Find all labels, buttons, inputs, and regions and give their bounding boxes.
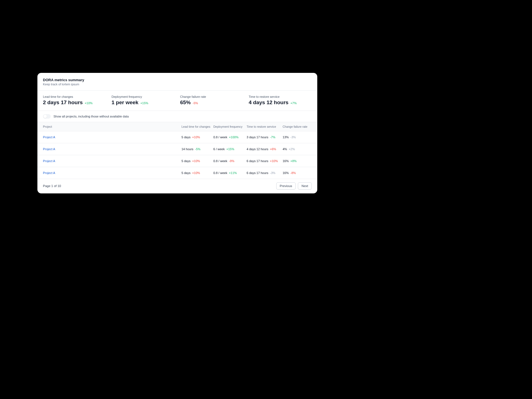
table-header: Project Lead time for changes Deployment…	[37, 122, 317, 131]
show-all-toggle[interactable]	[43, 114, 51, 119]
metric-value: 4 days 12 hours	[249, 99, 289, 106]
card-header: DORA metrics summary Keep track of lorte…	[37, 73, 317, 90]
table-row: Project A5 days+10%0.8 / week+11%6 days …	[37, 167, 317, 179]
card-subtitle: Keep track of lortem ipsum	[43, 83, 312, 86]
next-button[interactable]: Next	[298, 182, 312, 190]
cell-restore-value: 3 days 17 hours	[247, 135, 268, 139]
cell-lead-delta: -5%	[195, 147, 201, 151]
metric-label: Time to restore service	[249, 95, 312, 98]
filter-label: Show all projects, including those witho…	[53, 115, 129, 118]
cell-failure-delta: +2%	[289, 147, 295, 151]
cell-deploy-delta: +100%	[229, 135, 239, 139]
cell-deploy-value: 6 / week	[213, 147, 225, 151]
metric-delta: +10%	[85, 101, 93, 105]
toggle-knob	[44, 115, 47, 118]
col-header-project: Project	[43, 125, 181, 128]
cell-lead-value: 5 days	[181, 159, 190, 163]
cell-restore-delta: +10%	[270, 159, 278, 163]
cell-lead-value: 5 days	[181, 171, 190, 175]
metrics-row: Lead time for changes 2 days 17 hours +1…	[37, 91, 317, 111]
table-body: Project A5 days+10%0.8 / week+100%3 days…	[37, 131, 317, 179]
previous-button[interactable]: Previous	[276, 182, 296, 190]
page-buttons: Previous Next	[276, 182, 312, 190]
cell-lead-delta: +10%	[192, 171, 200, 175]
cell-deploy-value: 0.8 / week	[213, 135, 227, 139]
col-header-deploy: Deployment frequency	[213, 125, 247, 128]
metric-deploy-freq: Deployment frequency 1 per week +15%	[112, 95, 175, 106]
col-header-restore: Time to restore service	[247, 125, 283, 128]
metric-value-row: 4 days 12 hours +7%	[249, 99, 312, 106]
project-link[interactable]: Project A	[43, 147, 55, 151]
cell-failure-value: 4%	[283, 147, 287, 151]
metric-value: 1 per week	[112, 99, 139, 106]
pagination: Page 1 of 10 Previous Next	[37, 179, 317, 193]
col-header-lead: Lead time for changes	[181, 125, 213, 128]
cell-lead-value: 5 days	[181, 135, 190, 139]
cell-deploy-delta: +15%	[226, 147, 234, 151]
cell-failure-delta: +8%	[290, 159, 296, 163]
metric-restore-time: Time to restore service 4 days 12 hours …	[249, 95, 312, 106]
cell-deploy-value: 0.8 / week	[213, 159, 227, 163]
metric-lead-time: Lead time for changes 2 days 17 hours +1…	[43, 95, 106, 106]
cell-lead-value: 14 hours	[181, 147, 193, 151]
cell-failure-value: 16%	[283, 159, 289, 163]
table-row: Project A5 days+10%0.8 / week+100%3 days…	[37, 131, 317, 143]
table-row: Project A14 hours-5%6 / week+15%4 days 1…	[37, 143, 317, 155]
card-title: DORA metrics summary	[43, 78, 312, 82]
cell-restore-delta: -3%	[270, 171, 275, 175]
cell-deploy-value: 0.8 / week	[213, 171, 227, 175]
cell-restore-value: 6 days 17 hours	[247, 171, 268, 175]
cell-deploy-delta: +11%	[229, 171, 237, 175]
cell-deploy-delta: -9%	[229, 159, 234, 163]
dora-metrics-card: DORA metrics summary Keep track of lorte…	[37, 73, 317, 193]
cell-lead-delta: +10%	[192, 159, 200, 163]
col-header-failure: Change failure rate	[283, 125, 312, 128]
project-link[interactable]: Project A	[43, 135, 55, 139]
metric-label: Change failure rate	[180, 95, 243, 98]
cell-failure-delta: -8%	[290, 171, 296, 175]
cell-restore-value: 6 days 17 hours	[247, 159, 268, 163]
metric-label: Deployment frequency	[112, 95, 175, 98]
metric-value: 65%	[180, 99, 191, 106]
cell-lead-delta: +10%	[192, 135, 200, 139]
cell-failure-delta: -3%	[290, 135, 296, 139]
metric-delta: +7%	[290, 101, 296, 105]
cell-restore-delta: -7%	[270, 135, 275, 139]
metric-value-row: 65% -5%	[180, 99, 243, 106]
metric-label: Lead time for changes	[43, 95, 106, 98]
project-link[interactable]: Project A	[43, 159, 55, 163]
cell-failure-value: 16%	[283, 171, 289, 175]
metric-value-row: 1 per week +15%	[112, 99, 175, 106]
metric-failure-rate: Change failure rate 65% -5%	[180, 95, 243, 106]
page-label: Page 1 of 10	[43, 184, 61, 188]
filter-row: Show all projects, including those witho…	[37, 111, 317, 122]
metric-delta: -5%	[193, 101, 198, 105]
project-link[interactable]: Project A	[43, 171, 55, 175]
cell-restore-delta: +6%	[270, 147, 276, 151]
metric-value-row: 2 days 17 hours +10%	[43, 99, 106, 106]
metric-delta: +15%	[140, 101, 148, 105]
table-row: Project A5 days+10%0.8 / week-9%6 days 1…	[37, 155, 317, 167]
cell-failure-value: 13%	[283, 135, 289, 139]
metric-value: 2 days 17 hours	[43, 99, 83, 106]
cell-restore-value: 4 days 12 hours	[247, 147, 268, 151]
